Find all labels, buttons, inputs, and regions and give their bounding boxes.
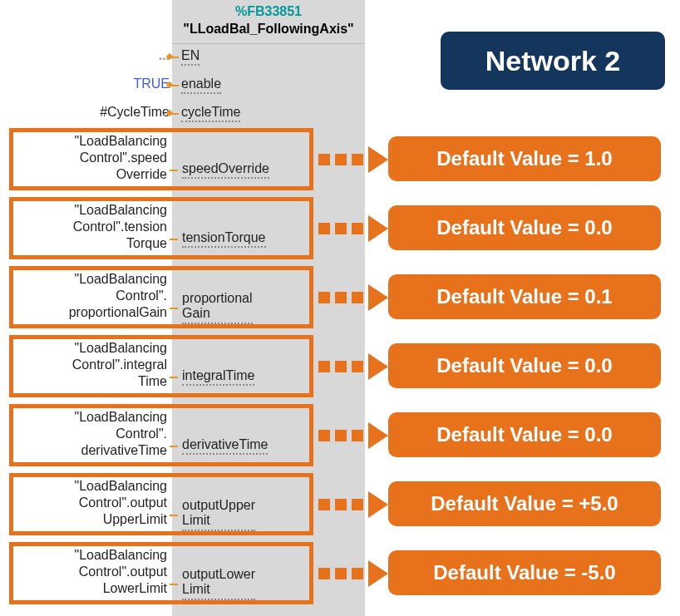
pin-source-label: #CycleTime [100, 105, 170, 120]
param-source: "LoadBalancing Control".tension Torque [9, 202, 167, 252]
param-row: "LoadBalancing Control".integral Timeint… [9, 335, 674, 397]
param-source: "LoadBalancing Control".output UpperLimi… [9, 478, 167, 528]
param-source: "LoadBalancing Control". derivativeTime [9, 409, 167, 459]
default-value-text: Default Value = -5.0 [433, 561, 615, 584]
pin-name: EN [181, 48, 200, 66]
pin-name: outputLower Limit [182, 567, 255, 600]
param-row: "LoadBalancing Control".output UpperLimi… [9, 473, 674, 535]
param-row: "LoadBalancing Control".output LowerLimi… [9, 542, 674, 604]
arrow-icon [318, 284, 385, 311]
default-value-text: Default Value = 0.0 [436, 354, 612, 377]
default-value-text: Default Value = 0.1 [436, 285, 612, 308]
wire [170, 446, 178, 447]
param-source: "LoadBalancing Control".speed Override [9, 133, 167, 183]
wire [170, 515, 178, 516]
pin-name: enable [181, 76, 221, 94]
pin-name: speedOverride [182, 161, 269, 179]
arrow-icon [318, 215, 385, 242]
param-source: "LoadBalancing Control".integral Time [9, 340, 167, 390]
pin-name: cycleTime [181, 105, 240, 122]
default-value-pill: Default Value = 1.0 [388, 136, 661, 181]
pin-name: proportional Gain [182, 291, 253, 324]
wire [170, 377, 178, 378]
pin-name: integralTime [182, 368, 254, 386]
param-row: "LoadBalancing Control". derivativeTimed… [9, 404, 674, 466]
default-value-pill: Default Value = +5.0 [388, 481, 661, 526]
wire [170, 584, 178, 585]
pin-name: outputUpper Limit [182, 498, 255, 531]
wire [170, 239, 178, 240]
network-badge-text: Network 2 [485, 45, 621, 77]
arrow-icon [318, 422, 385, 449]
pin-name: tensionTorque [182, 230, 266, 248]
param-source: "LoadBalancing Control".output LowerLimi… [9, 547, 167, 597]
fb-header: %FB33851 "LLoadBal_FollowingAxis" [172, 0, 365, 43]
network-badge: Network 2 [441, 32, 665, 90]
arrow-icon [318, 560, 385, 587]
default-value-text: Default Value = 0.0 [436, 216, 612, 239]
param-source: "LoadBalancing Control". proportionalGai… [9, 271, 167, 321]
arrow-icon [318, 353, 385, 380]
fb-number: %FB33851 [172, 3, 365, 21]
default-value-text: Default Value = 0.0 [436, 423, 612, 446]
default-value-pill: Default Value = 0.0 [388, 412, 661, 457]
pin-source-label: TRUE [133, 76, 170, 91]
default-value-text: Default Value = 1.0 [436, 147, 612, 170]
arrow-icon [318, 491, 385, 518]
wire [170, 170, 178, 171]
arrow-icon [318, 146, 385, 173]
wire [170, 308, 178, 309]
fb-name: "LLoadBal_FollowingAxis" [172, 21, 365, 38]
param-row: "LoadBalancing Control".speed Overridesp… [9, 128, 674, 190]
default-value-pill: Default Value = 0.0 [388, 205, 661, 250]
default-value-pill: Default Value = 0.0 [388, 343, 661, 388]
pin-name: derivativeTime [182, 437, 268, 455]
param-row: "LoadBalancing Control". proportionalGai… [9, 266, 674, 328]
default-value-pill: Default Value = 0.1 [388, 274, 661, 319]
default-value-text: Default Value = +5.0 [431, 492, 618, 515]
default-value-pill: Default Value = -5.0 [388, 550, 661, 595]
param-row: "LoadBalancing Control".tension Torquete… [9, 197, 674, 259]
